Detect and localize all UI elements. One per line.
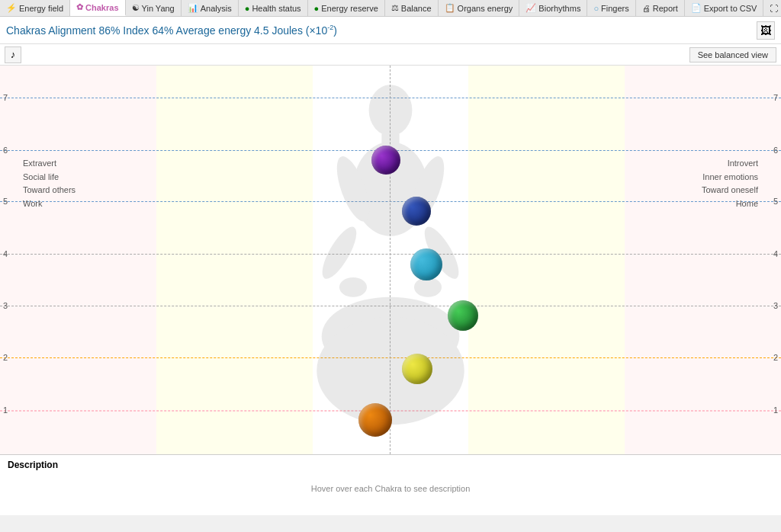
grid-col-1 <box>0 66 156 454</box>
grid-col-5 <box>625 66 781 454</box>
scale-label-right-2: 2 <box>773 353 778 362</box>
description-placeholder: Hover over each Chakra to see descriptio… <box>8 484 773 493</box>
tab-energy-reserve[interactable]: ● Energy reserve <box>308 0 385 16</box>
scale-label-right-7: 7 <box>773 93 778 102</box>
chakras-icon: ✿ <box>76 2 83 12</box>
full-screen-icon: ⛶ <box>770 4 778 13</box>
chakra-throat[interactable] <box>410 248 442 280</box>
scale-label-right-3: 3 <box>773 301 778 310</box>
meditating-figure <box>291 81 490 454</box>
scale-label-right-6: 6 <box>773 146 778 155</box>
chart-area: 7 6 5 4 3 2 1 7 6 5 4 3 2 1 Extravert So… <box>0 66 781 454</box>
title-bar: Chakras Alignment 86% Index 64% Average … <box>0 17 781 44</box>
description-title: Description <box>8 460 773 470</box>
svg-point-7 <box>339 277 367 297</box>
scale-label-left-6: 6 <box>3 146 8 155</box>
toolbar: ♪ See balanced view <box>0 44 781 66</box>
biorhythms-icon: 📈 <box>525 3 536 13</box>
analysis-icon: 📊 <box>188 3 198 13</box>
tab-biorhythms[interactable]: 📈 Biorhythms <box>519 0 587 16</box>
page-title: Chakras Alignment 86% Index 64% Average … <box>6 24 337 37</box>
yin-yang-icon: ☯ <box>132 3 140 13</box>
tab-organs-energy[interactable]: 📋 Organs energy <box>439 0 520 16</box>
right-annotation: Introvert Inner emotions Toward oneself … <box>702 157 758 210</box>
balanced-view-button[interactable]: See balanced view <box>689 47 776 62</box>
tab-fingers[interactable]: ○ Fingers <box>587 0 635 16</box>
chakra-crown[interactable] <box>371 146 400 175</box>
figure-container <box>276 66 505 454</box>
energy-reserve-icon: ● <box>314 4 320 13</box>
organs-energy-icon: 📋 <box>445 3 455 13</box>
screenshot-button[interactable]: 🖼 <box>757 21 775 40</box>
chakra-heart[interactable] <box>448 300 478 331</box>
tab-energy-field[interactable]: ⚡ Energy field <box>0 0 70 16</box>
scale-label-left-1: 1 <box>3 405 8 415</box>
tab-chakras[interactable]: ✿ Chakras <box>70 0 125 16</box>
health-status-icon: ● <box>245 4 250 13</box>
scale-label-left-2: 2 <box>3 353 8 362</box>
scale-label-left-7: 7 <box>3 93 8 102</box>
left-annotation: Extravert Social life Toward others Work <box>23 157 76 210</box>
scale-label-right-1: 1 <box>773 405 778 415</box>
scale-label-left-5: 5 <box>3 197 8 206</box>
tab-full-screen[interactable]: ⛶ Full screen <box>763 0 781 16</box>
tab-bar: ⚡ Energy field ✿ Chakras ☯ Yin Yang 📊 An… <box>0 0 781 17</box>
scale-label-right-5: 5 <box>773 197 778 206</box>
export-csv-icon: 📄 <box>691 3 702 13</box>
tab-analysis[interactable]: 📊 Analysis <box>182 0 239 16</box>
scale-label-right-4: 4 <box>773 249 778 258</box>
tab-report[interactable]: 🖨 Report <box>636 0 685 16</box>
report-icon: 🖨 <box>642 4 651 13</box>
energy-field-icon: ⚡ <box>6 3 17 13</box>
tab-yin-yang[interactable]: ☯ Yin Yang <box>126 0 182 16</box>
scale-label-left-3: 3 <box>3 301 8 310</box>
chakra-sacral[interactable] <box>358 403 392 437</box>
balance-icon: ⚖ <box>391 3 399 13</box>
music-button[interactable]: ♪ <box>5 46 21 63</box>
chakra-third-eye[interactable] <box>402 197 431 226</box>
fingers-icon: ○ <box>593 4 599 13</box>
tab-balance[interactable]: ⚖ Balance <box>385 0 439 16</box>
chakra-solar-plexus[interactable] <box>402 354 432 384</box>
svg-point-0 <box>369 85 413 136</box>
scale-label-left-4: 4 <box>3 249 8 258</box>
description-panel: Description Hover over each Chakra to se… <box>0 454 781 515</box>
tab-export-csv[interactable]: 📄 Export to CSV <box>685 0 764 16</box>
svg-point-12 <box>317 316 464 425</box>
svg-point-5 <box>316 223 362 284</box>
tab-health-status[interactable]: ● Health status <box>239 0 308 16</box>
